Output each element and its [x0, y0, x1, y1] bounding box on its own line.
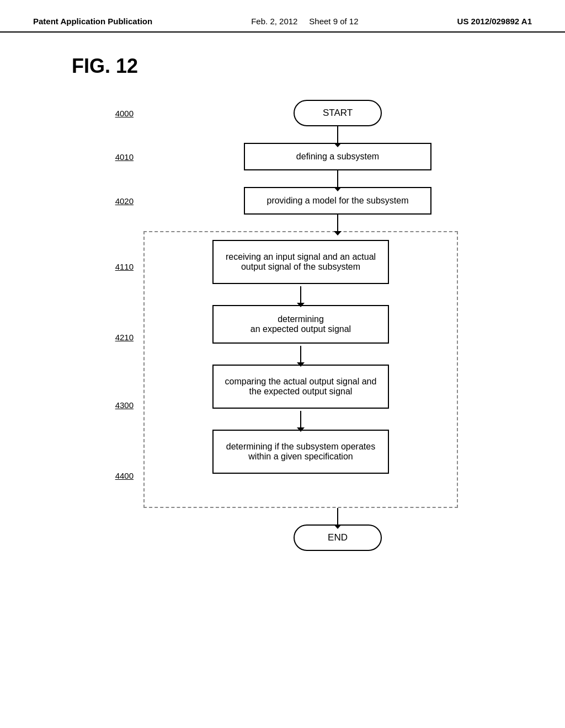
header-right-text: US 2012/029892 A1 — [457, 17, 532, 26]
arrow-down-icon — [337, 508, 338, 524]
figure-label: FIG. 12 — [72, 55, 532, 78]
dashed-labels-col: 4110 4210 4300 — [72, 231, 143, 508]
label-4300-container: 4300 — [72, 380, 134, 430]
node-4010-row: 4010 defining a subsystem — [72, 143, 532, 170]
label-4110: 4110 — [115, 262, 134, 271]
arrow-down-icon — [300, 286, 301, 303]
arrow-0-1 — [72, 126, 532, 143]
label-4010: 4010 — [72, 152, 143, 162]
arrow-down-icon — [337, 170, 338, 187]
header-left-text: Patent Application Publication — [33, 17, 152, 26]
label-4400: 4400 — [115, 471, 134, 480]
label-4210: 4210 — [115, 333, 134, 342]
end-row: END — [72, 524, 532, 551]
arrow-down-icon — [337, 126, 338, 143]
dashed-section-wrapper: 4110 4210 4300 — [72, 231, 458, 508]
label-4400-container: 4400 — [72, 451, 134, 500]
figure-area: FIG. 12 4000 START 4010 defin — [0, 33, 565, 573]
node-4210-box: determining an expected output signal — [212, 305, 389, 344]
page-container: Patent Application Publication Feb. 2, 2… — [0, 0, 565, 573]
label-4020: 4020 — [72, 196, 143, 206]
arrow-dashed-end — [72, 508, 532, 524]
dashed-border-box: receiving an input signal and an actual … — [143, 231, 458, 508]
node-4400-box: determining if the subsystem operates wi… — [212, 430, 389, 474]
label-4210-container: 4210 — [72, 315, 134, 359]
header-center: Feb. 2, 2012 Sheet 9 of 12 — [251, 17, 358, 26]
start-row: 4000 START — [72, 100, 532, 126]
node-4110-box: receiving an input signal and an actual … — [212, 240, 389, 284]
label-4000: 4000 — [72, 109, 143, 118]
node-4020-row: 4020 providing a model for the subsystem — [72, 187, 532, 215]
label-4110-container: 4110 — [72, 239, 134, 294]
start-oval: START — [294, 100, 382, 126]
start-oval-col: START — [143, 100, 532, 126]
arrow-2-dashed — [72, 215, 532, 231]
arrow-down-icon — [337, 215, 338, 231]
arrow-down-icon — [300, 346, 301, 362]
label-4300: 4300 — [115, 400, 134, 410]
arrow-1-2 — [72, 170, 532, 187]
node-4300-box: comparing the actual output signal and t… — [212, 365, 389, 409]
header-sheet: Sheet 9 of 12 — [309, 17, 358, 26]
header-date: Feb. 2, 2012 — [251, 17, 297, 26]
arrow-down-icon — [300, 411, 301, 427]
page-header: Patent Application Publication Feb. 2, 2… — [0, 0, 565, 33]
